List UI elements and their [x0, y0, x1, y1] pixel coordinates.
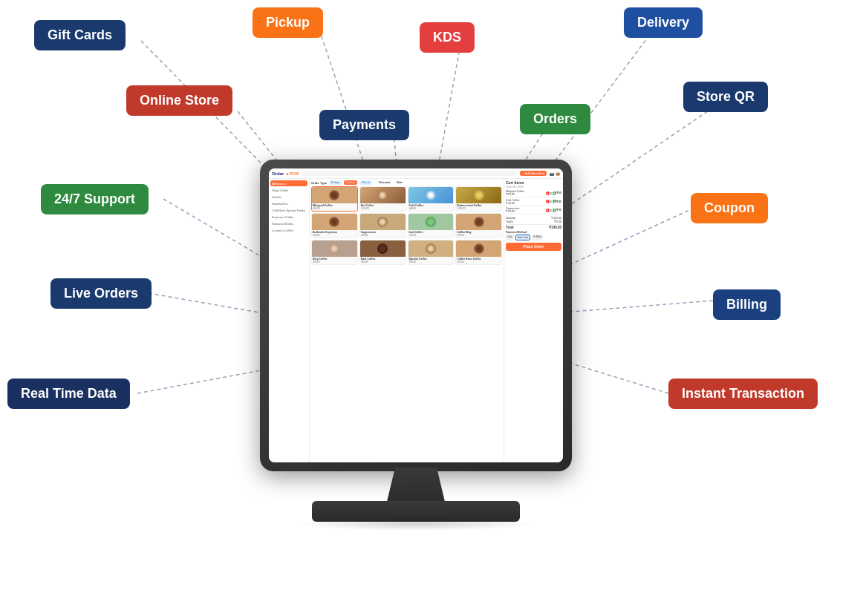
logo-suffix: ▲POS	[285, 171, 299, 176]
qty-minus-1[interactable]: -	[546, 200, 550, 203]
header-add-btn[interactable]: + Add New Item	[520, 171, 547, 176]
sidebar-espresso[interactable]: Espresso Coffee	[270, 214, 307, 220]
cart-item-name-1: Cold Coffee₹45.00	[506, 199, 546, 205]
product-card-9[interactable]: Dark Coffee ₹35.00	[359, 240, 406, 265]
product-card-3[interactable]: Butterscotch Coffee ₹119.00	[455, 186, 502, 212]
qty-ctrl-2: - 1 +	[546, 209, 556, 212]
product-card-1[interactable]: Hot Coffee ₹125.00	[359, 186, 406, 212]
cart-title: Cart Items	[506, 180, 561, 185]
product-price-3: ₹119.00	[456, 207, 501, 211]
total-value: ₹145.00	[549, 226, 561, 229]
sidebar-cold-brew[interactable]: Cold Brew Special Drinks	[270, 207, 307, 213]
product-img-4	[312, 214, 357, 230]
product-img-2	[408, 187, 454, 203]
sidebar-shop-coffee[interactable]: Shop Coffee	[270, 187, 307, 193]
product-price-9: ₹35.00	[360, 261, 406, 264]
badge-support: 24/7 Support	[41, 184, 149, 214]
product-card-5[interactable]: Cappuccino ₹35.00	[359, 213, 406, 238]
cart-panel: Cart Items Order No. #001 Whipped Coffee…	[504, 179, 563, 462]
product-price-2: ₹48.00	[408, 207, 454, 211]
product-grid: Whipped Coffee ₹65.00 Hot Coffee ₹125.00	[311, 186, 502, 265]
product-price-0: ₹65.00	[312, 207, 357, 211]
discount-label: Discount	[379, 181, 390, 184]
cart-item-name-0: Whipped Coffee₹65.00	[506, 190, 546, 196]
product-img-5	[360, 214, 406, 230]
product-img-8	[312, 240, 357, 257]
product-price-4: ₹40.00	[312, 234, 357, 237]
svg-line-11	[572, 301, 713, 312]
note-label: Note	[397, 181, 403, 184]
product-img-7	[456, 214, 501, 230]
badge-live-orders: Live Orders	[51, 278, 152, 309]
product-card-7[interactable]: Coffee Mug ₹60.00	[455, 213, 502, 238]
product-price-7: ₹60.00	[456, 234, 501, 237]
cart-price-1: ₹45	[556, 200, 561, 203]
order-type-dinein[interactable]: Dine In	[359, 180, 372, 185]
product-price-11: ₹45.00	[456, 261, 501, 264]
product-card-10[interactable]: Special Coffee ₹70.00	[408, 240, 455, 265]
pos-body: All Items > Shop Coffee Snacks Sandwiche…	[269, 179, 563, 462]
qty-num-2: 1	[550, 209, 552, 212]
header-icons: 📷📦	[550, 171, 560, 176]
qty-num-0: 1	[550, 191, 552, 195]
subtotal-label: Subtotal	[506, 217, 515, 220]
product-card-4[interactable]: Authentic Espresso ₹40.00	[311, 213, 358, 238]
cart-order-no: Order No. #001	[506, 186, 561, 189]
pay-cash[interactable]: Cash	[506, 235, 514, 240]
sidebar-snacks[interactable]: Snacks	[270, 194, 307, 200]
product-card-6[interactable]: Iced Coffee ₹55.00	[408, 213, 455, 238]
order-type-pickup[interactable]: Pickup	[329, 180, 342, 185]
logo-text: Order	[272, 171, 284, 176]
sidebar-all-items[interactable]: All Items >	[270, 180, 307, 186]
badge-pickup: Pickup	[253, 7, 323, 38]
badge-online-store: Online Store	[126, 85, 232, 116]
pos-device: Order ▲POS + Add New Item 📷📦 All	[245, 160, 587, 553]
place-order-btn[interactable]: Place Order	[506, 243, 561, 251]
product-price-1: ₹125.00	[360, 207, 406, 211]
stand-neck	[386, 468, 446, 505]
sidebar-seasonal[interactable]: Seasonal Drinks	[270, 220, 307, 226]
main-product-area: Order Type Pickup Delivery Dine In Disco…	[310, 179, 504, 462]
product-card-2[interactable]: Cold Coffee ₹48.00	[408, 186, 455, 212]
subtotal-value: ₹145.00	[551, 217, 561, 220]
qty-minus-0[interactable]: -	[546, 191, 550, 195]
qty-ctrl-1: - 1 +	[546, 200, 556, 203]
category-sidebar: All Items > Shop Coffee Snacks Sandwiche…	[269, 179, 310, 462]
pos-logo: Order ▲POS	[272, 171, 299, 176]
stand-shadow	[297, 517, 535, 531]
search-bar[interactable]	[302, 171, 518, 176]
product-card-8[interactable]: Aloy Coffee ₹50.00	[311, 240, 358, 265]
badge-real-time-data: Real Time Data	[7, 379, 130, 409]
badge-payments: Payments	[319, 110, 409, 140]
tax-value: ₹0.00	[554, 220, 561, 223]
product-card-11[interactable]: Coffee Bean Coffee ₹45.00	[455, 240, 502, 265]
product-img-10	[408, 240, 454, 257]
product-card-0[interactable]: Whipped Coffee ₹65.00	[311, 186, 358, 212]
pay-card[interactable]: Bank Card	[515, 235, 530, 240]
badge-delivery: Delivery	[624, 7, 703, 38]
sidebar-london[interactable]: London's Coffee	[270, 227, 307, 233]
total-row: Total ₹145.00	[506, 224, 561, 229]
badge-kds: KDS	[420, 22, 475, 53]
pay-wallet[interactable]: E-Wallet	[532, 235, 543, 240]
sidebar-sandwiches[interactable]: Sandwiches	[270, 200, 307, 206]
subtotal-row: Subtotal ₹145.00	[506, 217, 561, 220]
order-type-delivery[interactable]: Delivery	[344, 180, 358, 185]
pos-header: Order ▲POS + Add New Item 📷📦	[269, 168, 563, 179]
monitor-body: Order ▲POS + Add New Item 📷📦 All	[260, 160, 572, 471]
monitor-screen: Order ▲POS + Add New Item 📷📦 All	[269, 168, 563, 462]
tax-row: Tax(0) ₹0.00	[506, 220, 561, 223]
order-type-row: Order Type Pickup Delivery Dine In Disco…	[311, 180, 502, 185]
product-img-1	[360, 187, 406, 203]
pos-screen: Order ▲POS + Add New Item 📷📦 All	[269, 168, 563, 462]
badge-instant-transaction: Instant Transaction	[668, 379, 818, 409]
product-img-9	[360, 240, 406, 257]
cart-item-2: Cappuccino₹35.00 - 1 + ₹35	[506, 207, 561, 214]
cart-item-1: Cold Coffee₹45.00 - 1 + ₹45	[506, 199, 561, 206]
product-price-5: ₹35.00	[360, 234, 406, 237]
cart-price-0: ₹65	[556, 191, 561, 194]
payment-label: Payment Method	[506, 231, 561, 234]
qty-minus-2[interactable]: -	[546, 209, 550, 212]
qty-num-1: 1	[550, 200, 552, 203]
payment-method-section: Payment Method Cash Bank Card E-Wallet	[506, 231, 561, 240]
